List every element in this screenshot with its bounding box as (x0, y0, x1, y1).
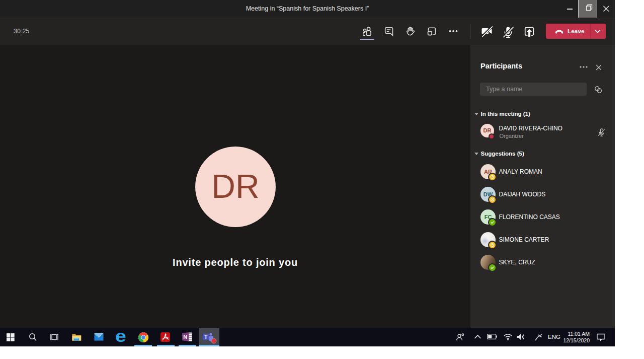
svg-text:N: N (183, 334, 187, 340)
svg-text:T: T (204, 334, 208, 340)
